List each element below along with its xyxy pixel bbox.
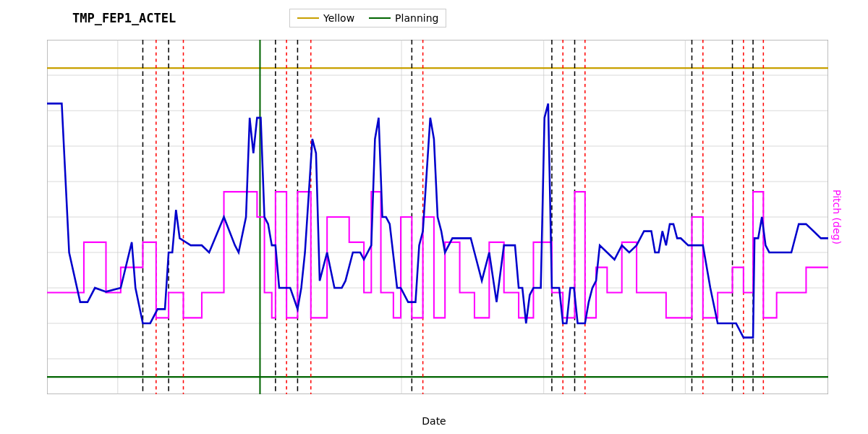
planning-legend-line [369, 17, 391, 19]
legend-yellow: Yellow [297, 12, 354, 24]
yellow-legend-line [297, 17, 319, 19]
y-axis-right-label: Pitch (deg) [831, 190, 843, 244]
legend: Yellow Planning [289, 9, 446, 27]
yellow-legend-label: Yellow [323, 12, 354, 24]
chart-svg: 0 5 10 15 20 25 30 35 40 45 40 60 80 100… [47, 40, 828, 394]
chart-container: TMP_FEP1_ACTEL Yellow Planning Temperatu… [0, 0, 868, 434]
chart-title: TMP_FEP1_ACTEL [72, 11, 176, 25]
planning-legend-label: Planning [395, 12, 438, 24]
legend-planning: Planning [369, 12, 438, 24]
x-axis-label: Date [422, 415, 446, 427]
